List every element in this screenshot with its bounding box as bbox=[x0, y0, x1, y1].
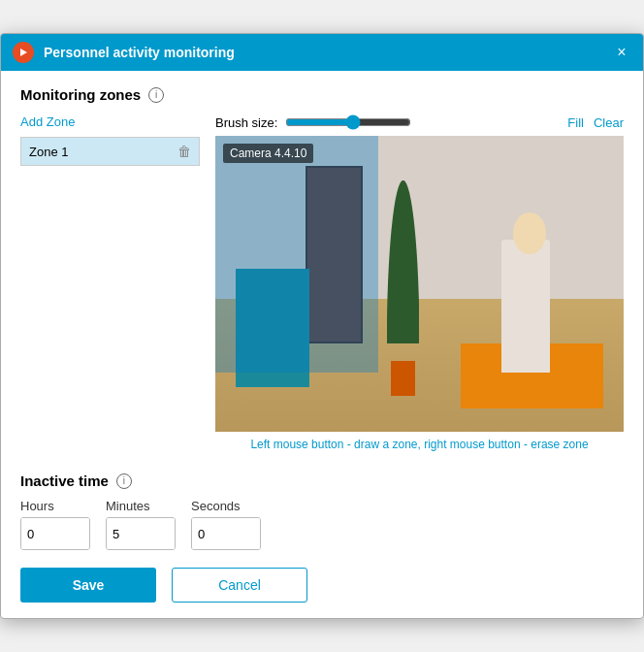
zone-list: Zone 1 🗑 bbox=[20, 137, 200, 166]
hours-field: Hours ▲ ▼ bbox=[20, 499, 90, 550]
seconds-label: Seconds bbox=[191, 499, 261, 513]
camera-scene bbox=[215, 136, 624, 432]
seconds-spinner: ▲ ▼ bbox=[191, 517, 261, 550]
minutes-input[interactable] bbox=[107, 518, 176, 549]
app-logo bbox=[13, 42, 34, 63]
brush-size-row: Brush size: bbox=[215, 114, 411, 130]
scene-chair bbox=[236, 269, 309, 387]
hours-label: Hours bbox=[20, 499, 90, 513]
clear-link[interactable]: Clear bbox=[594, 115, 624, 130]
minutes-field: Minutes ▲ ▼ bbox=[106, 499, 176, 550]
monitoring-zones-header: Monitoring zones i bbox=[20, 86, 624, 103]
scene-person bbox=[501, 240, 551, 373]
cancel-button[interactable]: Cancel bbox=[172, 568, 307, 603]
add-zone-link[interactable]: Add Zone bbox=[20, 114, 200, 129]
zone-item-label: Zone 1 bbox=[29, 145, 68, 159]
dialog: Personnel activity monitoring × Monitori… bbox=[0, 33, 644, 619]
fill-clear-row: Fill Clear bbox=[567, 115, 624, 130]
camera-hint: Left mouse button - draw a zone, right m… bbox=[215, 438, 624, 451]
main-layout: Add Zone Zone 1 🗑 Brush size: bbox=[20, 114, 624, 463]
close-button[interactable]: × bbox=[612, 44, 631, 61]
inactive-time-info-icon[interactable]: i bbox=[116, 473, 132, 489]
seconds-input[interactable] bbox=[192, 518, 261, 549]
brush-size-slider[interactable] bbox=[285, 114, 411, 130]
minutes-spinner: ▲ ▼ bbox=[106, 517, 176, 550]
scene-plant-pot bbox=[391, 361, 415, 397]
minutes-label: Minutes bbox=[106, 499, 176, 513]
hours-spinner: ▲ ▼ bbox=[20, 517, 90, 550]
monitoring-zones-info-icon[interactable]: i bbox=[148, 87, 164, 103]
save-button[interactable]: Save bbox=[20, 568, 156, 603]
fill-link[interactable]: Fill bbox=[567, 115, 584, 130]
camera-view[interactable]: Camera 4.4.10 bbox=[215, 136, 624, 432]
zone-delete-icon[interactable]: 🗑 bbox=[177, 144, 191, 159]
scene-person-head bbox=[513, 212, 546, 254]
content-area: Monitoring zones i Add Zone Zone 1 🗑 bbox=[1, 71, 643, 618]
monitoring-zones-title: Monitoring zones bbox=[20, 86, 141, 103]
time-inputs: Hours ▲ ▼ Minutes ▲ bbox=[20, 499, 624, 550]
zone-item[interactable]: Zone 1 🗑 bbox=[21, 138, 199, 165]
inactive-time-header: Inactive time i bbox=[20, 473, 624, 489]
inactive-time-section: Inactive time i Hours ▲ ▼ bbox=[20, 473, 624, 603]
dialog-title: Personnel activity monitoring bbox=[44, 45, 612, 60]
brush-clear-row: Brush size: Fill Clear bbox=[215, 114, 624, 130]
brush-size-label: Brush size: bbox=[215, 115, 277, 130]
right-panel: Brush size: Fill Clear bbox=[215, 114, 624, 463]
hours-input[interactable] bbox=[21, 518, 90, 549]
inactive-time-title: Inactive time bbox=[20, 473, 109, 489]
title-bar: Personnel activity monitoring × bbox=[1, 34, 643, 71]
left-panel: Add Zone Zone 1 🗑 bbox=[20, 114, 200, 463]
camera-label: Camera 4.4.10 bbox=[223, 144, 313, 163]
seconds-field: Seconds ▲ ▼ bbox=[191, 499, 261, 550]
footer-buttons: Save Cancel bbox=[20, 568, 624, 603]
svg-marker-0 bbox=[20, 49, 27, 56]
scene-door bbox=[306, 166, 363, 343]
